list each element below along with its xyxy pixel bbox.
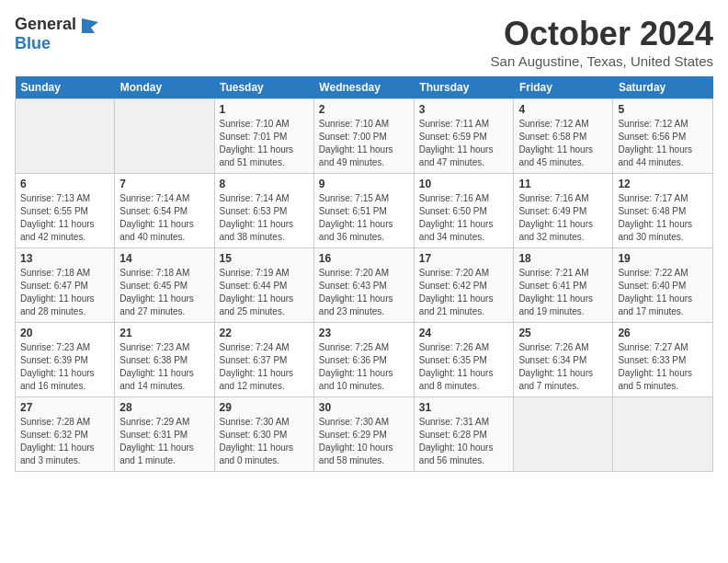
calendar-cell: 23Sunrise: 7:25 AMSunset: 6:36 PMDayligh… [313,323,414,397]
day-number: 31 [419,401,509,414]
day-number: 15 [220,252,309,265]
logo-line1: General [15,15,98,34]
col-friday: Friday [514,76,613,99]
day-info: Sunrise: 7:30 AMSunset: 6:30 PMDaylight:… [220,416,309,467]
day-number: 20 [20,327,109,339]
day-info: Sunrise: 7:18 AMSunset: 6:47 PMDaylight:… [20,267,109,318]
day-info: Sunrise: 7:31 AMSunset: 6:28 PMDaylight:… [419,416,509,467]
day-number: 11 [518,178,608,190]
calendar-cell: 8Sunrise: 7:14 AMSunset: 6:53 PMDaylight… [214,174,313,248]
svg-marker-0 [82,18,98,33]
day-number: 10 [419,178,509,190]
day-info: Sunrise: 7:18 AMSunset: 6:45 PMDaylight:… [119,267,209,318]
day-info: Sunrise: 7:11 AMSunset: 6:59 PMDaylight:… [419,118,509,169]
calendar-cell: 1Sunrise: 7:10 AMSunset: 7:01 PMDaylight… [214,99,313,174]
calendar-cell: 18Sunrise: 7:21 AMSunset: 6:41 PMDayligh… [514,248,613,323]
col-saturday: Saturday [613,76,713,99]
calendar-title: October 2024 [491,15,713,53]
calendar-cell: 12Sunrise: 7:17 AMSunset: 6:48 PMDayligh… [613,174,713,248]
calendar-cell: 29Sunrise: 7:30 AMSunset: 6:30 PMDayligh… [214,397,313,472]
calendar-cell: 21Sunrise: 7:23 AMSunset: 6:38 PMDayligh… [115,323,214,397]
day-number: 1 [220,103,309,116]
day-number: 14 [119,252,209,265]
day-info: Sunrise: 7:20 AMSunset: 6:42 PMDaylight:… [419,267,509,318]
day-number: 13 [20,252,109,265]
calendar-table: Sunday Monday Tuesday Wednesday Thursday… [15,76,713,472]
day-info: Sunrise: 7:20 AMSunset: 6:43 PMDaylight:… [319,267,409,318]
day-number: 25 [518,327,608,339]
calendar-cell: 30Sunrise: 7:30 AMSunset: 6:29 PMDayligh… [313,397,414,472]
calendar-cell: 3Sunrise: 7:11 AMSunset: 6:59 PMDaylight… [414,99,514,174]
calendar-cell: 11Sunrise: 7:16 AMSunset: 6:49 PMDayligh… [514,174,613,248]
day-info: Sunrise: 7:19 AMSunset: 6:44 PMDaylight:… [220,267,309,318]
day-number: 17 [419,252,509,265]
day-info: Sunrise: 7:13 AMSunset: 6:55 PMDaylight:… [20,192,109,244]
day-number: 9 [319,178,409,190]
calendar-cell: 6Sunrise: 7:13 AMSunset: 6:55 PMDaylight… [16,174,115,248]
day-info: Sunrise: 7:16 AMSunset: 6:49 PMDaylight:… [518,192,608,244]
day-info: Sunrise: 7:12 AMSunset: 6:58 PMDaylight:… [518,118,608,169]
calendar-week-row: 13Sunrise: 7:18 AMSunset: 6:47 PMDayligh… [16,248,713,323]
calendar-cell: 17Sunrise: 7:20 AMSunset: 6:42 PMDayligh… [414,248,514,323]
day-number: 8 [220,178,309,190]
day-info: Sunrise: 7:10 AMSunset: 7:01 PMDaylight:… [220,118,309,169]
col-monday: Monday [115,76,214,99]
day-info: Sunrise: 7:23 AMSunset: 6:38 PMDaylight:… [119,341,209,393]
day-info: Sunrise: 7:26 AMSunset: 6:35 PMDaylight:… [419,341,509,393]
calendar-cell [115,99,214,174]
day-info: Sunrise: 7:27 AMSunset: 6:33 PMDaylight:… [618,341,708,393]
calendar-cell: 16Sunrise: 7:20 AMSunset: 6:43 PMDayligh… [313,248,414,323]
day-info: Sunrise: 7:26 AMSunset: 6:34 PMDaylight:… [518,341,608,393]
calendar-cell [613,397,713,472]
calendar-cell: 27Sunrise: 7:28 AMSunset: 6:32 PMDayligh… [16,397,115,472]
day-number: 24 [419,327,509,339]
day-info: Sunrise: 7:22 AMSunset: 6:40 PMDaylight:… [618,267,708,318]
day-number: 16 [319,252,409,265]
logo: General Blue [15,15,98,53]
title-area: October 2024 San Augustine, Texas, Unite… [491,15,713,69]
logo-line2: Blue [15,34,51,53]
day-number: 22 [220,327,309,339]
calendar-cell: 28Sunrise: 7:29 AMSunset: 6:31 PMDayligh… [115,397,214,472]
days-header-row: Sunday Monday Tuesday Wednesday Thursday… [16,76,713,99]
day-number: 6 [20,178,109,190]
day-info: Sunrise: 7:10 AMSunset: 7:00 PMDaylight:… [319,118,409,169]
day-info: Sunrise: 7:29 AMSunset: 6:31 PMDaylight:… [119,416,209,467]
calendar-cell: 4Sunrise: 7:12 AMSunset: 6:58 PMDaylight… [514,99,613,174]
calendar-cell [16,99,115,174]
calendar-week-row: 20Sunrise: 7:23 AMSunset: 6:39 PMDayligh… [16,323,713,397]
day-number: 3 [419,103,509,116]
calendar-cell: 31Sunrise: 7:31 AMSunset: 6:28 PMDayligh… [414,397,514,472]
day-info: Sunrise: 7:17 AMSunset: 6:48 PMDaylight:… [618,192,708,244]
calendar-cell: 26Sunrise: 7:27 AMSunset: 6:33 PMDayligh… [613,323,713,397]
calendar-cell: 15Sunrise: 7:19 AMSunset: 6:44 PMDayligh… [214,248,313,323]
day-number: 29 [220,401,309,414]
calendar-cell: 24Sunrise: 7:26 AMSunset: 6:35 PMDayligh… [414,323,514,397]
day-number: 2 [319,103,409,116]
day-info: Sunrise: 7:12 AMSunset: 6:56 PMDaylight:… [618,118,708,169]
calendar-week-row: 6Sunrise: 7:13 AMSunset: 6:55 PMDaylight… [16,174,713,248]
day-number: 5 [618,103,708,116]
day-info: Sunrise: 7:28 AMSunset: 6:32 PMDaylight:… [20,416,109,467]
calendar-cell: 20Sunrise: 7:23 AMSunset: 6:39 PMDayligh… [16,323,115,397]
calendar-week-row: 27Sunrise: 7:28 AMSunset: 6:32 PMDayligh… [16,397,713,472]
calendar-cell: 14Sunrise: 7:18 AMSunset: 6:45 PMDayligh… [115,248,214,323]
day-number: 27 [20,401,109,414]
calendar-cell [514,397,613,472]
calendar-cell: 2Sunrise: 7:10 AMSunset: 7:00 PMDaylight… [313,99,414,174]
day-info: Sunrise: 7:24 AMSunset: 6:37 PMDaylight:… [220,341,309,393]
logo-bird-icon [82,18,98,33]
day-number: 21 [119,327,209,339]
calendar-cell: 9Sunrise: 7:15 AMSunset: 6:51 PMDaylight… [313,174,414,248]
day-info: Sunrise: 7:23 AMSunset: 6:39 PMDaylight:… [20,341,109,393]
calendar-cell: 5Sunrise: 7:12 AMSunset: 6:56 PMDaylight… [613,99,713,174]
day-number: 30 [319,401,409,414]
day-number: 18 [518,252,608,265]
calendar-subtitle: San Augustine, Texas, United States [491,53,713,69]
day-number: 4 [518,103,608,116]
col-wednesday: Wednesday [313,76,414,99]
day-info: Sunrise: 7:15 AMSunset: 6:51 PMDaylight:… [319,192,409,244]
day-number: 12 [618,178,708,190]
day-number: 23 [319,327,409,339]
day-number: 28 [119,401,209,414]
